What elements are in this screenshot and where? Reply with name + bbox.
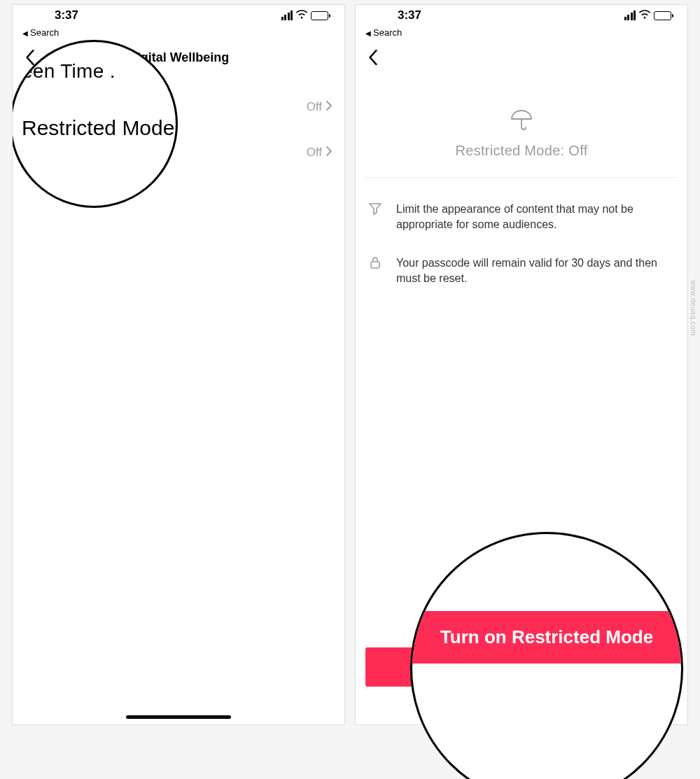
page-title: Digital Wellbeing	[13, 50, 344, 65]
wifi-icon	[638, 8, 651, 22]
setting-value: Off	[307, 146, 322, 160]
settings-list: Screen Time Management Off Restricted Mo…	[13, 88, 344, 171]
setting-label: Screen Time Management	[25, 99, 173, 114]
info-item-passcode: Your passcode will remain valid for 30 d…	[365, 248, 678, 302]
back-button[interactable]	[20, 47, 41, 68]
status-indicators	[281, 8, 331, 22]
info-text: Limit the appearance of content that may…	[396, 202, 675, 233]
back-button[interactable]	[363, 47, 384, 68]
setting-value: Off	[307, 100, 322, 114]
back-to-search[interactable]: Search	[356, 26, 687, 42]
hero-title: Restricted Mode: Off	[365, 143, 678, 159]
turn-on-restricted-mode-button[interactable]: Turn on Restricted Mode	[365, 647, 678, 687]
nav-header	[356, 42, 687, 73]
cellular-signal-icon	[624, 10, 636, 20]
setting-label: Restricted Mode	[25, 145, 117, 160]
phone-screen-restricted-mode: 3:37 Search	[355, 4, 688, 725]
setting-screen-time-management[interactable]: Screen Time Management Off	[13, 88, 344, 125]
status-indicators	[624, 8, 674, 22]
chevron-left-icon	[368, 50, 378, 65]
home-indicator[interactable]	[126, 715, 231, 719]
info-list: Limit the appearance of content that may…	[356, 178, 687, 302]
setting-restricted-mode[interactable]: Restricted Mode Off	[13, 134, 344, 171]
hero-section: Restricted Mode: Off	[365, 73, 678, 178]
filter-icon	[368, 202, 385, 233]
status-bar: 3:37	[356, 5, 687, 26]
watermark: www.deuaq.com	[690, 280, 697, 336]
chevron-left-icon	[25, 50, 35, 65]
status-time: 3:37	[370, 8, 421, 22]
lock-icon	[368, 255, 385, 287]
battery-icon	[654, 11, 673, 20]
status-time: 3:37	[27, 8, 78, 22]
nav-header: Digital Wellbeing	[13, 42, 344, 73]
cellular-signal-icon	[281, 10, 293, 20]
wifi-icon	[295, 8, 308, 22]
status-bar: 3:37	[13, 5, 344, 26]
phone-screen-digital-wellbeing: 3:37 Search Digital Wellbeing	[12, 4, 345, 725]
chevron-right-icon	[326, 146, 332, 160]
chevron-right-icon	[326, 100, 332, 114]
battery-icon	[311, 11, 330, 20]
button-label: Turn on Restricted Mode	[444, 659, 599, 674]
svg-rect-0	[371, 262, 379, 268]
back-to-search[interactable]: Search	[13, 26, 344, 42]
info-item-filter: Limit the appearance of content that may…	[365, 195, 678, 248]
home-indicator[interactable]	[469, 715, 574, 719]
umbrella-icon	[365, 108, 678, 134]
info-text: Your passcode will remain valid for 30 d…	[396, 255, 675, 287]
